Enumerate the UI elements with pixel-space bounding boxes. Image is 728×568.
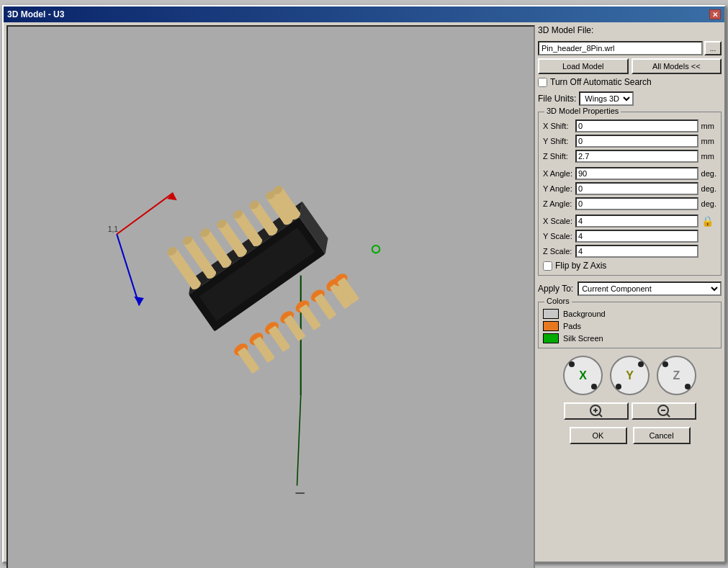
z-angle-input[interactable] [575,197,698,210]
z-scale-input[interactable] [575,245,698,258]
z-angle-unit: deg. [701,199,716,208]
file-label: 3D Model File: [538,25,593,35]
z-shift-input[interactable] [575,150,698,163]
browse-button[interactable]: ... [704,41,722,55]
colors-title: Colors [544,297,572,305]
load-model-button[interactable]: Load Model [538,58,629,74]
file-section: 3D Model File: ... Load Model All Models… [538,25,722,106]
y-angle-label: Y Angle: [543,184,572,193]
3d-viewport[interactable]: 1,1 [6,25,535,568]
auto-search-label: Turn Off Automatic Search [550,77,652,87]
z-angle-label: Z Angle: [543,199,572,208]
lock-icon: 🔒 [701,215,716,227]
y-angle-unit: deg. [701,184,716,193]
axis-controls: X Y Z [538,356,722,395]
apply-to-select[interactable]: Current Component All Components [578,281,722,296]
x-shift-input[interactable] [575,120,698,132]
window-body: 1,1 3D Model File: ... Load Model All Mo [4,22,724,568]
z-shift-label: Z Shift: [543,152,572,161]
x-axis-control[interactable]: X [563,356,603,395]
apply-to-row: Apply To: Current Component All Componen… [538,281,722,296]
zoom-in-button[interactable] [564,402,629,420]
flip-label: Flip by Z Axis [555,261,606,271]
svg-line-60 [667,414,670,417]
x-dot-br [591,384,597,389]
title-bar: 3D Model - U3 ✕ [4,6,724,22]
colors-group: Colors Background Pads Silk Screen [538,302,722,348]
background-color-label: Background [563,310,606,318]
svg-rect-0 [8,27,534,568]
y-scale-input[interactable] [575,230,698,243]
y-shift-input[interactable] [575,135,698,148]
file-units-select[interactable]: Wings 3D mm cm inch mil [579,91,634,106]
x-axis-label: X [579,369,587,382]
silk-screen-color-label: Silk Screen [563,334,603,343]
cancel-button[interactable]: Cancel [633,427,691,444]
svg-line-57 [599,414,602,417]
file-units-label: File Units: [538,94,576,104]
y-dot-tr [638,361,644,367]
y-scale-label: Y Scale: [543,232,572,240]
svg-text:1,1: 1,1 [108,225,119,233]
close-button[interactable]: ✕ [709,9,721,19]
z-axis-label: Z [673,369,680,382]
all-models-button[interactable]: All Models << [632,58,722,74]
x-scale-label: X Scale: [543,217,572,225]
z-dot-tl [662,361,668,367]
z-dot-br [685,384,691,389]
x-scale-input[interactable] [575,215,698,227]
ok-cancel-row: OK Cancel [538,427,722,444]
z-scale-label: Z Scale: [543,247,572,256]
z-axis-control[interactable]: Z [657,356,696,395]
file-input[interactable] [538,41,703,55]
y-dot-bl [616,384,621,389]
pads-color-label: Pads [563,322,581,330]
ok-button[interactable]: OK [570,427,627,444]
x-angle-unit: deg. [701,169,716,178]
model-properties-group: 3D Model Properties X Shift: mm Y Shift:… [538,112,722,276]
window-title: 3D Model - U3 [7,9,64,19]
apply-to-label: Apply To: [538,284,573,294]
pads-color-swatch[interactable] [543,321,559,331]
right-panel: 3D Model File: ... Load Model All Models… [538,25,722,568]
y-angle-input[interactable] [575,182,698,195]
x-dot-tl [569,361,575,367]
model-properties-title: 3D Model Properties [544,107,621,115]
zoom-row [538,402,722,420]
y-shift-unit: mm [701,137,716,145]
y-shift-label: Y Shift: [543,137,572,145]
x-angle-input[interactable] [575,167,698,180]
x-shift-label: X Shift: [543,122,572,130]
auto-search-checkbox[interactable] [538,78,547,87]
background-color-swatch[interactable] [543,309,559,319]
zoom-out-button[interactable] [632,402,696,420]
x-angle-label: X Angle: [543,169,572,178]
main-window: 3D Model - U3 ✕ [2,5,726,563]
y-axis-control[interactable]: Y [610,356,650,395]
silk-screen-color-swatch[interactable] [543,333,559,343]
flip-checkbox[interactable] [543,261,552,271]
z-shift-unit: mm [701,152,716,161]
x-shift-unit: mm [701,122,716,130]
y-axis-label: Y [626,369,634,382]
